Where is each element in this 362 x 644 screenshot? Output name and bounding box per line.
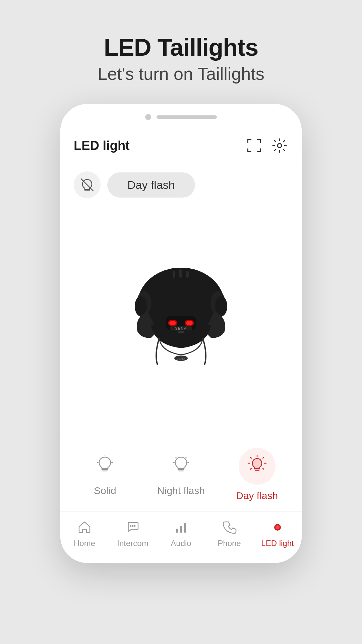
svg-point-21 <box>169 321 176 325</box>
notch-dot <box>145 114 151 120</box>
helmet-image: SENA SENA <box>114 251 248 385</box>
svg-rect-5 <box>247 148 248 152</box>
scan-icon <box>247 138 261 153</box>
svg-rect-1 <box>247 139 248 143</box>
home-icon <box>76 519 93 536</box>
night-flash-option[interactable]: Night flash <box>154 453 208 496</box>
svg-rect-13 <box>179 269 182 278</box>
svg-point-8 <box>278 144 282 148</box>
svg-rect-3 <box>260 139 261 143</box>
phone-icon <box>221 519 238 536</box>
audio-icon <box>172 519 190 536</box>
light-off-icon <box>80 177 95 192</box>
svg-point-23 <box>186 321 193 325</box>
solid-option[interactable]: Solid <box>78 453 132 496</box>
svg-point-50 <box>130 525 132 527</box>
app-title: LED light <box>74 139 130 153</box>
nav-phone-label: Phone <box>218 539 241 548</box>
svg-rect-14 <box>186 271 189 278</box>
day-flash-icon <box>239 448 276 485</box>
page-header: LED Taillights Let's turn on Taillights <box>98 34 264 84</box>
settings-icon <box>272 138 287 153</box>
svg-line-39 <box>176 457 176 458</box>
svg-rect-12 <box>173 271 175 278</box>
nav-intercom[interactable]: Intercom <box>111 519 155 549</box>
nav-led-light[interactable]: LED light <box>256 519 299 549</box>
svg-rect-55 <box>184 523 186 533</box>
phone-frame: LED light <box>60 104 302 563</box>
notch-bar <box>157 115 217 119</box>
svg-point-51 <box>132 525 134 527</box>
intercom-icon <box>124 519 141 536</box>
nav-home[interactable]: Home <box>63 519 106 549</box>
nav-phone[interactable]: Phone <box>207 519 251 549</box>
top-bar: LED light <box>60 127 302 161</box>
svg-line-40 <box>186 457 186 458</box>
solid-icon <box>92 453 118 480</box>
settings-icon-btn[interactable] <box>271 137 288 154</box>
nav-led-light-label: LED light <box>261 539 294 548</box>
svg-point-57 <box>276 525 280 529</box>
nav-led-icon <box>269 519 286 536</box>
svg-line-47 <box>263 457 264 458</box>
phone-notch <box>60 114 302 127</box>
day-flash-option[interactable]: Day flash <box>230 448 284 501</box>
app-content: LED light <box>60 127 302 563</box>
svg-rect-7 <box>260 148 261 152</box>
scan-icon-btn[interactable] <box>245 137 263 154</box>
mode-pill[interactable]: Day flash <box>107 172 195 198</box>
svg-rect-26 <box>178 331 184 333</box>
bottom-nav: Home Intercom <box>60 512 302 563</box>
day-flash-label: Day flash <box>236 490 278 501</box>
night-flash-label: Night flash <box>157 485 205 496</box>
svg-line-49 <box>263 468 264 469</box>
helmet-area: SENA SENA <box>60 208 302 434</box>
svg-text:SENA: SENA <box>175 327 187 330</box>
svg-rect-53 <box>176 529 178 533</box>
night-flash-icon <box>168 453 194 480</box>
light-mode-row: Day flash <box>60 161 302 208</box>
svg-line-10 <box>81 179 93 191</box>
nav-audio[interactable]: Audio <box>159 519 203 549</box>
nav-audio-label: Audio <box>171 539 191 548</box>
svg-line-48 <box>250 468 251 469</box>
light-off-button[interactable] <box>74 171 101 198</box>
page-title: LED Taillights <box>98 34 264 61</box>
nav-home-label: Home <box>74 539 95 548</box>
svg-rect-54 <box>180 526 182 533</box>
light-options: Solid Night flash <box>60 434 302 512</box>
page-subtitle: Let's turn on Taillights <box>98 64 264 84</box>
top-bar-icons <box>245 137 288 154</box>
nav-intercom-label: Intercom <box>117 539 148 548</box>
svg-text:SENA: SENA <box>177 357 185 360</box>
helmet-svg: SENA SENA <box>114 251 248 385</box>
solid-label: Solid <box>94 485 116 496</box>
svg-line-46 <box>250 457 251 458</box>
svg-point-52 <box>134 525 136 527</box>
